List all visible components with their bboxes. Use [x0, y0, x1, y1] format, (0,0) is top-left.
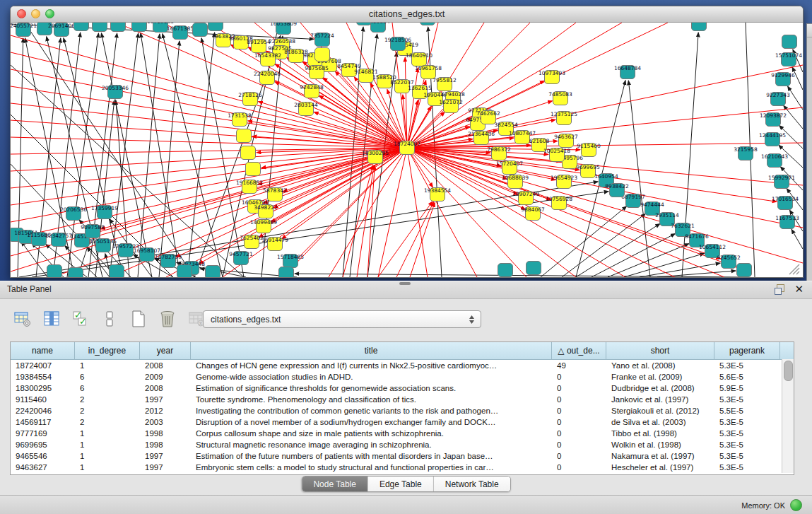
cell-year[interactable]: 2008 — [140, 360, 191, 371]
graph-node-yellow[interactable] — [237, 129, 252, 143]
cell-year[interactable]: 1998 — [140, 439, 191, 450]
graph-node-yellow[interactable]: 16914479 — [261, 237, 288, 251]
graph-node-teal[interactable] — [110, 265, 124, 278]
column-header-short[interactable]: short — [606, 342, 714, 359]
cell-short[interactable]: de Silva et al. (2003) — [606, 416, 714, 428]
cell-out_de[interactable]: 0 — [552, 405, 606, 416]
cell-out_de[interactable]: 0 — [552, 439, 606, 450]
float-panel-icon[interactable] — [775, 284, 784, 294]
graph-node-teal[interactable] — [498, 264, 513, 277]
cell-out_de[interactable]: 0 — [552, 371, 606, 382]
cell-name[interactable]: 9115460 — [11, 394, 75, 405]
column-header-year[interactable]: year — [140, 342, 191, 359]
cell-name[interactable]: 22420046 — [11, 405, 75, 416]
cell-name[interactable]: 14569117 — [11, 416, 75, 428]
graph-node-yellow[interactable] — [241, 146, 256, 160]
graph-node-teal[interactable] — [526, 262, 541, 275]
graph-node-teal[interactable] — [69, 268, 83, 278]
cell-name[interactable]: 9465546 — [11, 450, 75, 462]
close-panel-icon[interactable]: ✕ — [794, 283, 804, 296]
cell-year[interactable]: 2008 — [140, 382, 191, 394]
graph-node-teal[interactable] — [208, 23, 223, 31]
network-graph[interactable]: 1872400718300295796382288601288912954222… — [11, 23, 803, 277]
network-window-titlebar[interactable]: citations_edges.txt — [11, 6, 803, 23]
cell-title[interactable]: Genome-wide association studies in ADHD. — [191, 371, 552, 382]
graph-node-teal[interactable]: 9129946 — [771, 72, 795, 86]
cell-title[interactable]: Embryonic stem cells: a model to study s… — [191, 462, 552, 473]
graph-node-teal[interactable]: 9227343 — [766, 92, 790, 106]
cell-short[interactable]: Tibbo et al. (1998) — [606, 428, 714, 439]
graph-node-yellow[interactable]: 8912954 — [247, 39, 271, 53]
cell-short[interactable]: Wolkin et al. (1998) — [606, 439, 714, 450]
cell-pagerank[interactable]: 5.6E-5 — [714, 371, 780, 382]
graph-node-teal[interactable]: 24055721 — [11, 23, 37, 37]
cell-short[interactable]: Jankovic et al. (1997) — [606, 394, 714, 405]
column-header-in_degree[interactable]: in_degree — [75, 342, 140, 359]
tab-edge-table[interactable]: Edge Table — [368, 477, 434, 491]
table-row[interactable]: 946554611997Estimation of the future num… — [11, 450, 794, 462]
cell-year[interactable]: 2012 — [140, 405, 191, 416]
graph-node-yellow[interactable]: 10688639 — [502, 175, 529, 189]
cell-year[interactable]: 1997 — [140, 394, 191, 405]
graph-node-teal[interactable] — [206, 266, 220, 278]
graph-node-teal[interactable]: 12093872 — [760, 112, 787, 127]
cell-year[interactable]: 1998 — [140, 428, 191, 439]
cell-pagerank[interactable]: 5.3E-5 — [714, 450, 780, 462]
cell-out_de[interactable]: 0 — [552, 462, 606, 473]
cell-name[interactable]: 9699695 — [11, 439, 75, 450]
graph-node-yellow[interactable]: 21364436 — [468, 131, 495, 145]
cell-short[interactable]: Nakamura et al. (1997) — [606, 450, 714, 462]
graph-node-teal[interactable] — [193, 23, 208, 37]
table-row[interactable]: 2242004622012Investigating the contribut… — [11, 405, 794, 416]
graph-node-teal[interactable] — [782, 35, 797, 49]
resize-grip[interactable] — [789, 264, 799, 274]
cell-in_degree[interactable]: 2 — [75, 394, 140, 405]
cell-short[interactable]: Stergiakouli et al. (2012) — [606, 405, 714, 416]
cell-in_degree[interactable]: 1 — [75, 439, 140, 450]
cell-name[interactable]: 9463627 — [11, 462, 75, 473]
cell-pagerank[interactable]: 5.3E-5 — [714, 462, 780, 473]
cell-out_de[interactable]: 0 — [552, 382, 606, 394]
cell-name[interactable]: 9777169 — [11, 428, 75, 439]
cell-short[interactable]: Hescheler et al. (1997) — [606, 462, 714, 473]
graph-node-teal[interactable]: 3215958 — [734, 146, 758, 160]
graph-node-yellow[interactable]: 7625402 — [240, 235, 264, 249]
cell-in_degree[interactable]: 1 — [75, 462, 140, 473]
show-columns-icon[interactable] — [42, 309, 61, 329]
row-selector-icon[interactable] — [100, 309, 119, 329]
graph-node-teal[interactable]: 16648784 — [614, 65, 641, 79]
cell-out_de[interactable]: 49 — [552, 360, 606, 371]
cell-name[interactable]: 19384554 — [11, 371, 75, 382]
graph-node-teal[interactable]: 20206536 — [60, 206, 87, 221]
graph-node-yellow[interactable]: 10756928 — [546, 196, 572, 210]
cell-out_de[interactable]: 0 — [552, 428, 606, 439]
graph-node-teal[interactable]: 9457721 — [229, 251, 253, 265]
tab-network-table[interactable]: Network Table — [434, 477, 510, 491]
table-row[interactable]: 1872400712008Changes of HCN gene express… — [11, 360, 794, 371]
cell-title[interactable]: Structural magnetic resonance image aver… — [191, 439, 552, 450]
select-all-checks-icon[interactable]: ✓✓ — [71, 309, 90, 329]
graph-node-teal[interactable] — [737, 264, 752, 277]
cell-title[interactable]: Corpus callosum shape and size in male p… — [191, 428, 552, 439]
cell-name[interactable]: 18300295 — [11, 382, 75, 394]
cell-pagerank[interactable]: 5.5E-5 — [714, 405, 780, 416]
graph-node-teal[interactable]: 12342757 — [45, 233, 72, 247]
cell-in_degree[interactable]: 1 — [75, 428, 140, 439]
cell-title[interactable]: Disruption of a novel member of a sodium… — [191, 416, 552, 428]
graph-node-teal[interactable]: 15718485 — [277, 254, 304, 268]
cell-short[interactable]: Dudbridge et al. (2008) — [606, 382, 714, 394]
table-row[interactable]: 911546021997Tourette syndrome. Phenomeno… — [11, 394, 794, 405]
table-row[interactable]: 946362711997Embryonic stem cells: a mode… — [11, 462, 794, 473]
tab-node-table[interactable]: Node Table — [302, 477, 368, 491]
cell-title[interactable]: Estimation of significance thresholds fo… — [191, 382, 552, 394]
graph-node-yellow[interactable]: 9884067 — [521, 206, 545, 221]
delete-column-icon[interactable] — [158, 309, 177, 329]
cell-pagerank[interactable]: 5.3E-5 — [714, 416, 780, 428]
cell-short[interactable]: Yano et al. (2008) — [606, 360, 714, 371]
cell-title[interactable]: Estimation of the future numbers of pati… — [191, 450, 552, 462]
table-scrollbar[interactable] — [782, 359, 794, 473]
graph-node-yellow[interactable]: 1731538 — [228, 112, 252, 127]
table-row[interactable]: 1830029562008Estimation of significance … — [11, 382, 794, 394]
cell-in_degree[interactable]: 2 — [75, 416, 140, 428]
cell-year[interactable]: 1997 — [140, 450, 191, 462]
